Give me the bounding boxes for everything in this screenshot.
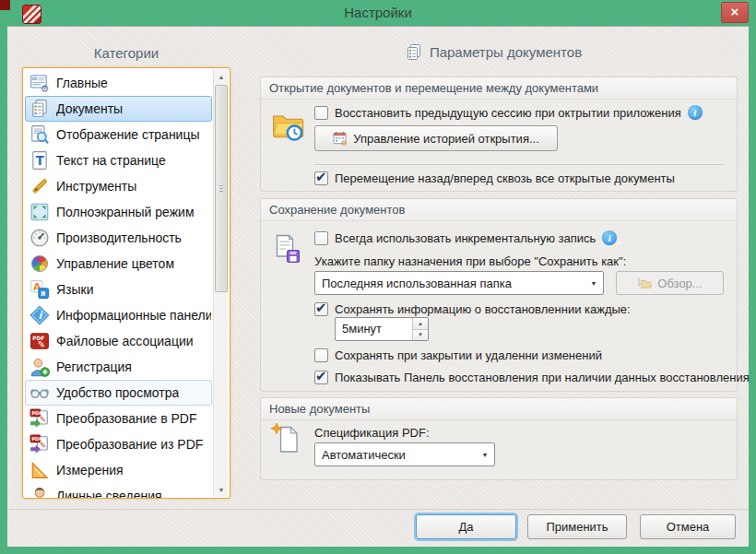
browse-folder-icon — [637, 276, 652, 290]
manage-history-button[interactable]: ⚙ Управление историей открытия... — [314, 125, 558, 151]
sidebar-item-identity[interactable]: Личные сведения — [25, 483, 212, 499]
panel-header: Параметры документов — [249, 43, 738, 62]
restore-session-checkbox-row[interactable]: Восстановить предыдущую сессию при октры… — [314, 105, 703, 120]
sidebar-item-accessibility[interactable]: Удобство просмотра — [25, 380, 212, 406]
svg-text:я: я — [41, 289, 45, 298]
cancel-button[interactable]: Отмена — [640, 514, 736, 539]
page-text-icon: T — [30, 150, 50, 171]
convert-to-pdf-icon: ✎PDF — [30, 408, 50, 429]
svg-text:PDF: PDF — [31, 410, 42, 416]
calendar-gear-icon: ⚙ — [333, 131, 348, 146]
accessibility-icon — [30, 383, 50, 403]
measurement-icon — [30, 460, 50, 480]
settings-dialog: Настройки Категории ⚙ Главные Документы … — [0, 0, 756, 554]
svg-text:✎: ✎ — [38, 339, 45, 349]
sidebar-item-languages[interactable]: Aя Языки — [25, 277, 212, 302]
incremental-save-checkbox[interactable] — [314, 231, 328, 245]
spin-down-icon[interactable] — [413, 330, 428, 341]
save-on-close-checkbox-row[interactable]: Сохранять при закрытии и удаленни измене… — [314, 348, 602, 362]
sidebar-item-measurement[interactable]: Измерения — [25, 457, 212, 483]
performance-icon — [30, 228, 50, 248]
scrollbar-thumb[interactable] — [215, 85, 228, 292]
file-associations-icon: PDF✎ — [30, 331, 50, 351]
group-opening: Открытие документов и перемещение между … — [260, 77, 738, 192]
group-opening-title: Открытие документов и перемещение между … — [261, 77, 737, 100]
info-icon[interactable] — [688, 105, 703, 120]
autosave-interval-stepper[interactable]: 5минут — [335, 317, 429, 341]
sidebar-item-file-associations[interactable]: PDF✎ Файловые ассоциации — [25, 328, 212, 354]
sidebar-item-convert-to-pdf[interactable]: ✎PDF Преобразование в PDF — [25, 406, 212, 431]
svg-text:⚙: ⚙ — [41, 83, 50, 93]
info-icon[interactable] — [602, 230, 617, 245]
ok-button[interactable]: Да — [416, 514, 516, 539]
chevron-down-icon[interactable] — [476, 452, 494, 458]
chevron-down-icon[interactable] — [585, 280, 603, 287]
pdf-spec-label: Спецификация PDF: — [314, 426, 430, 440]
languages-icon: Aя — [30, 279, 50, 300]
footer-divider — [7, 509, 749, 510]
document-info-panels-icon: i — [30, 305, 50, 325]
dialog-body: Категории ⚙ Главные Документы Отображени… — [7, 26, 749, 547]
sidebar-item-document-info-panels[interactable]: i Информационные панели док — [25, 302, 212, 328]
svg-text:✎: ✎ — [40, 441, 46, 450]
destination-folder-label: Укажите папку назначения при выборе "Сох… — [314, 254, 626, 268]
group-saving-title: Сохранение документов — [261, 199, 737, 221]
group-new-documents-title: Новые документы — [261, 398, 737, 420]
apply-button[interactable]: Применить — [527, 514, 627, 539]
page-display-icon — [30, 124, 50, 145]
documents-icon — [30, 99, 50, 119]
sidebar-item-page-text[interactable]: T Текст на странице — [25, 147, 212, 173]
save-on-close-checkbox[interactable] — [314, 348, 328, 362]
pdf-spec-select[interactable]: Автоматически — [314, 442, 495, 466]
title-bar[interactable]: Настройки — [0, 0, 756, 26]
show-recovery-bar-checkbox[interactable] — [314, 371, 328, 384]
category-scrollbar[interactable] — [213, 69, 229, 497]
spin-up-icon[interactable] — [413, 318, 428, 330]
restore-session-checkbox[interactable] — [314, 106, 328, 120]
svg-text:PDF: PDF — [31, 436, 42, 442]
convert-from-pdf-icon: ✎PDF — [30, 434, 50, 454]
categories-header: Категории — [22, 45, 230, 61]
sidebar-item-fullscreen[interactable]: Полноэкранный режим — [25, 199, 212, 225]
sidebar-item-color-management[interactable]: Управление цветом — [25, 251, 212, 277]
registration-icon — [30, 357, 50, 377]
sidebar-item-tools[interactable]: Инструменты — [25, 173, 212, 199]
scroll-up-icon[interactable] — [214, 69, 229, 84]
general-settings-icon: ⚙ — [30, 73, 50, 93]
scroll-down-icon[interactable] — [214, 482, 229, 497]
document-options-icon — [405, 43, 423, 62]
save-document-icon — [270, 232, 303, 269]
color-management-icon — [30, 253, 50, 274]
autosave-checkbox-row[interactable]: Сохранять информацию о восстановленнии к… — [314, 302, 631, 316]
divider — [314, 164, 724, 165]
destination-folder-select[interactable]: Последняя использованная папка — [314, 271, 604, 295]
browse-button[interactable]: Обзор... — [616, 271, 724, 295]
category-list[interactable]: ⚙ Главные Документы Отображение страницы… — [22, 67, 230, 499]
fullscreen-icon — [30, 202, 50, 222]
incremental-save-checkbox-row[interactable]: Всегда использовать инкрементальную запи… — [314, 230, 617, 245]
new-document-icon — [270, 422, 303, 459]
navigation-checkbox-row[interactable]: Перемещение назад/вперед сквозь все откр… — [314, 171, 675, 185]
show-recovery-bar-checkbox-row[interactable]: Показывать Панель восстановления при нал… — [314, 371, 750, 384]
sidebar-item-performance[interactable]: Производительность — [25, 225, 212, 251]
svg-text:✎: ✎ — [40, 415, 46, 424]
panel-header-label: Параметры документов — [430, 44, 582, 60]
navigation-checkbox[interactable] — [314, 171, 328, 185]
svg-text:T: T — [36, 154, 44, 168]
sidebar-item-documents[interactable]: Документы — [25, 96, 212, 122]
folder-history-icon — [270, 107, 305, 146]
sidebar-item-registration[interactable]: Регистрация — [25, 354, 212, 380]
close-icon[interactable] — [721, 2, 749, 23]
identity-icon — [30, 486, 50, 499]
group-new-documents: Новые документы Спецификация PDF: Автома… — [260, 397, 738, 480]
group-saving: Сохранение документов Всегда использоват… — [260, 198, 738, 392]
window-title: Настройки — [0, 5, 756, 20]
sidebar-item-convert-from-pdf[interactable]: ✎PDF Преобразование из PDF — [25, 431, 212, 457]
sidebar-item-general[interactable]: ⚙ Главные — [25, 70, 212, 96]
svg-text:⚙: ⚙ — [341, 139, 348, 147]
autosave-checkbox[interactable] — [314, 302, 328, 316]
tools-icon — [30, 176, 50, 196]
sidebar-item-page-display[interactable]: Отображение страницы — [25, 122, 212, 147]
